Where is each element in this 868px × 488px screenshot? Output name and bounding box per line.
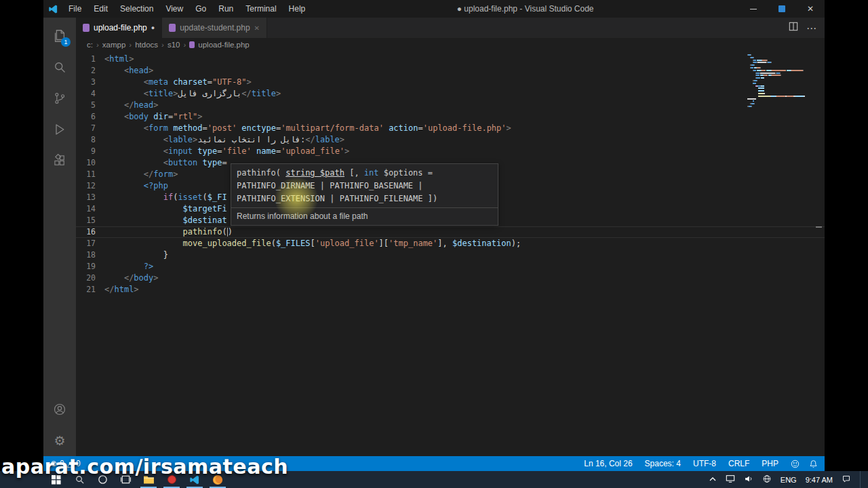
network-tray-icon[interactable]: [762, 474, 772, 485]
status-bar: ⊘ 0 △ 0 Ln 16, Col 26Spaces: 4UTF-8CRLFP…: [43, 456, 825, 471]
line-number: 16: [76, 226, 104, 238]
error-count: 0: [60, 459, 64, 468]
code-text: </body>: [104, 272, 159, 284]
feedback-button[interactable]: [791, 460, 800, 468]
line-number: 7: [76, 123, 104, 134]
restore-icon: [778, 5, 785, 12]
recorder-button[interactable]: [160, 471, 183, 488]
code-line[interactable]: 1<html>: [76, 54, 825, 65]
code-text: <title>بارگزاری فایل</title>: [104, 88, 281, 100]
code-line[interactable]: 18 }: [76, 249, 825, 261]
clock[interactable]: 9:47 AM: [806, 476, 833, 484]
search-icon: [53, 60, 66, 74]
tab-upload-file.php[interactable]: upload-file.php●: [76, 18, 162, 38]
breadcrumb-separator-icon: ›: [161, 41, 164, 49]
source-control-icon: [53, 92, 66, 105]
code-line[interactable]: 16 pathinfo(): [76, 226, 825, 238]
file-explorer-button[interactable]: [137, 471, 160, 488]
code-text: <button type=: [104, 157, 227, 169]
settings-button[interactable]: ⚙: [43, 425, 76, 456]
tray-expand-button[interactable]: [709, 476, 717, 484]
minimap-line: [747, 75, 815, 76]
line-number: 15: [76, 215, 104, 226]
menu-run[interactable]: Run: [212, 0, 239, 18]
code-line[interactable]: 4 <title>بارگزاری فایل</title>: [76, 88, 825, 100]
notifications-button[interactable]: [809, 460, 818, 468]
code-line[interactable]: 19 ?>: [76, 261, 825, 272]
code-text: <body dir="rtl">: [104, 111, 203, 123]
breadcrumb-item-htdocs[interactable]: htdocs: [135, 41, 158, 49]
menu-edit[interactable]: Edit: [87, 0, 114, 18]
display-tray-icon[interactable]: [726, 474, 735, 485]
tab-update-student.php[interactable]: update-student.php✕: [162, 18, 267, 38]
vscode-taskbar-button[interactable]: [183, 471, 206, 488]
menu-terminal[interactable]: Terminal: [239, 0, 282, 18]
line-number: 5: [76, 100, 104, 111]
split-editor-button[interactable]: [789, 22, 798, 34]
minimap-line: [747, 87, 815, 89]
extensions-button[interactable]: [43, 145, 76, 176]
breadcrumb-item-xampp[interactable]: xampp: [102, 41, 126, 49]
tab-strip: upload-file.php●update-student.php✕: [76, 18, 267, 38]
language-indicator[interactable]: ENG: [781, 476, 797, 484]
status-crlf[interactable]: CRLF: [728, 459, 749, 468]
desktop: FileEditSelectionViewGoRunTerminalHelp ●…: [0, 0, 868, 488]
action-center-button[interactable]: [842, 474, 851, 485]
minimap-line: [747, 83, 815, 84]
code-line[interactable]: 9 <input type='file' name='upload_file'>: [76, 146, 825, 157]
breadcrumb-item-s10[interactable]: s10: [167, 41, 180, 49]
breadcrumb-separator-icon: ›: [96, 41, 99, 49]
minimize-icon: [750, 9, 757, 9]
close-tab-icon[interactable]: ✕: [254, 24, 260, 32]
status-php[interactable]: PHP: [762, 459, 778, 468]
start-button[interactable]: [45, 471, 68, 488]
code-line[interactable]: 21</html>: [76, 284, 825, 296]
code-line[interactable]: 17 move_uploaded_file($_FILES['upload_fi…: [76, 238, 825, 249]
task-view-button[interactable]: [114, 471, 137, 488]
problems-indicator[interactable]: ⊘ 0 △ 0: [50, 459, 81, 468]
code-line[interactable]: 3 <meta charset="UTF-8">: [76, 77, 825, 88]
source-control-button[interactable]: [43, 83, 76, 114]
volume-tray-icon[interactable]: [744, 474, 753, 485]
menu-selection[interactable]: Selection: [114, 0, 159, 18]
search-button[interactable]: [43, 52, 76, 83]
minimap[interactable]: [747, 54, 815, 108]
status-ln-16-col-26[interactable]: Ln 16, Col 26: [584, 459, 632, 468]
minimize-button[interactable]: [739, 0, 768, 18]
code-line[interactable]: 20 </body>: [76, 272, 825, 284]
status-right-items: Ln 16, Col 26Spaces: 4UTF-8CRLFPHP: [584, 459, 778, 468]
show-desktop-button[interactable]: [860, 471, 863, 488]
account-button[interactable]: [43, 394, 76, 425]
code-line[interactable]: 6 <body dir="rtl">: [76, 111, 825, 123]
code-line[interactable]: 2 <head>: [76, 65, 825, 77]
code-line[interactable]: 7 <form method='post' enctype='multipart…: [76, 123, 825, 134]
cortana-button[interactable]: [91, 471, 114, 488]
explorer-button[interactable]: 1: [43, 20, 76, 52]
menu-go[interactable]: Go: [189, 0, 212, 18]
tab-label: update-student.php: [180, 23, 250, 33]
breadcrumb-item-c[interactable]: c:: [87, 41, 93, 49]
breadcrumb-separator-icon: ›: [129, 41, 132, 49]
close-button[interactable]: ✕: [796, 0, 825, 18]
menu-view[interactable]: View: [159, 0, 189, 18]
taskbar-search-button[interactable]: [68, 471, 91, 488]
menu-help[interactable]: Help: [283, 0, 312, 18]
tab-actions: ⋯: [789, 18, 825, 38]
system-tray: ENG 9:47 AM: [709, 471, 868, 488]
search-icon: [75, 474, 85, 485]
status-utf-8[interactable]: UTF-8: [693, 459, 716, 468]
code-line[interactable]: 8 <lable>فایل را انتخاب نمائید:</lable>: [76, 134, 825, 146]
line-number: 17: [76, 238, 104, 249]
status-spaces-4[interactable]: Spaces: 4: [645, 459, 681, 468]
restore-button[interactable]: [768, 0, 796, 18]
run-debug-button[interactable]: [43, 114, 76, 145]
window-title: ● upload-file.php - Visual Studio Code: [311, 4, 739, 14]
browser-button[interactable]: [206, 471, 229, 488]
browser-icon: [212, 474, 223, 485]
code-editor[interactable]: 1<html>2 <head>3 <meta charset="UTF-8">4…: [76, 52, 825, 456]
breadcrumb-item-uploadfilephp[interactable]: upload-file.php: [198, 41, 249, 49]
code-text: <input type='file' name='upload_file'>: [104, 146, 349, 157]
more-actions-button[interactable]: ⋯: [806, 23, 816, 33]
code-line[interactable]: 5 </head>: [76, 100, 825, 111]
menu-file[interactable]: File: [62, 0, 87, 18]
